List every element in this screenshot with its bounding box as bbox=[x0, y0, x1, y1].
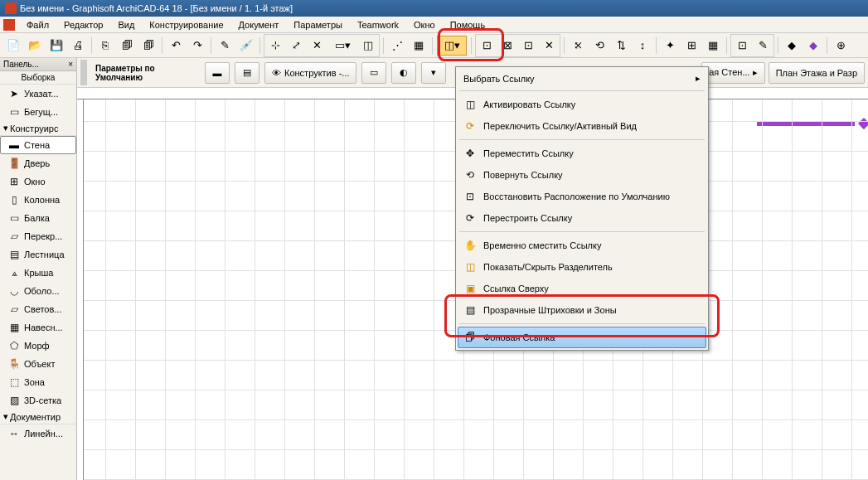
toolbar-g2c[interactable]: ⊡ bbox=[518, 36, 538, 56]
menu-show-divider[interactable]: ◫ Показать/Скрыть Разделитель bbox=[458, 256, 706, 278]
toolbar-undo[interactable]: ↶ bbox=[166, 36, 186, 56]
toolbar-g2a[interactable]: ⊡ bbox=[477, 36, 497, 56]
menu-transparent-fills[interactable]: ▤ Прозрачные Штриховки и Зоны bbox=[458, 299, 706, 321]
toolbar-save[interactable]: 💾 bbox=[46, 36, 66, 56]
toolbar-snap5[interactable]: ◫ bbox=[358, 36, 378, 56]
toolbar-snap3[interactable]: ✕ bbox=[307, 36, 327, 56]
zone-icon: ⬚ bbox=[7, 376, 21, 389]
right-btn-wall[interactable]: ая Стен... ▸ bbox=[701, 62, 764, 84]
info-btn-wall-settings[interactable]: ▬ bbox=[205, 62, 230, 84]
menu-separator bbox=[459, 231, 705, 232]
menu-background-reference[interactable]: 🗍 Фоновая Ссылка bbox=[458, 327, 706, 348]
tool-column[interactable]: ▯ Колонна bbox=[0, 191, 76, 209]
tool-object[interactable]: 🪑 Объект bbox=[0, 355, 76, 373]
menu-activate-reference[interactable]: ◫ Активировать Ссылку bbox=[458, 94, 706, 115]
toolbar-tool1[interactable]: ⎘ bbox=[95, 36, 115, 56]
info-btn-more[interactable]: ▾ bbox=[421, 62, 446, 84]
menu-rotate-reference[interactable]: ⟲ Повернуть Ссылку bbox=[458, 164, 706, 186]
menubar: Файл Редактор Вид Конструирование Докуме… bbox=[0, 17, 868, 33]
toolbar-3d1[interactable]: ◆ bbox=[782, 36, 802, 56]
menu-construction[interactable]: Конструирование bbox=[143, 18, 230, 32]
toolbox-header[interactable]: Панель... × bbox=[0, 58, 76, 71]
toolbar-misc2[interactable]: ▦ bbox=[409, 36, 429, 56]
tool-linear[interactable]: ↔ Линейн... bbox=[0, 424, 76, 443]
tool-shell[interactable]: ◡ Оболо... bbox=[0, 282, 76, 300]
menu-rebuild-reference[interactable]: ⟳ Перестроить Ссылку bbox=[458, 207, 706, 229]
menu-restore-default[interactable]: ⊡ Восстановить Расположение по Умолчанию bbox=[458, 186, 706, 207]
toolbar-picker[interactable]: ✎ bbox=[215, 36, 235, 56]
toolbar-edit3[interactable]: ⇅ bbox=[611, 36, 631, 56]
toolbox-title: Панель... bbox=[3, 60, 39, 69]
tool-pointer[interactable]: ➤ Указат... bbox=[0, 85, 76, 103]
info-btn-curve[interactable]: ◐ bbox=[391, 62, 416, 84]
menu-editor[interactable]: Редактор bbox=[57, 18, 109, 32]
toolbar-snap2[interactable]: ⤢ bbox=[286, 36, 306, 56]
tool-beam[interactable]: ▭ Балка bbox=[0, 209, 76, 227]
toolbox-section-selection[interactable]: Выборка bbox=[0, 71, 76, 85]
toolbox-section-design[interactable]: ▾ Конструирс bbox=[0, 121, 76, 136]
toolbar-syringe[interactable]: 💉 bbox=[236, 36, 256, 56]
info-grip[interactable] bbox=[80, 60, 87, 85]
menu-file[interactable]: Файл bbox=[20, 18, 56, 32]
toolbar-snap1[interactable]: ⊹ bbox=[265, 36, 285, 56]
menu-parameters[interactable]: Параметры bbox=[287, 18, 349, 32]
menu-toggle-reference[interactable]: ⟳ Переключить Ссылку/Активный Вид bbox=[458, 115, 706, 137]
toolbox-section-document[interactable]: ▾ Документир bbox=[0, 410, 76, 424]
tool-door[interactable]: 🚪 Дверь bbox=[0, 154, 76, 172]
menu-label: Переключить Ссылку/Активный Вид bbox=[483, 121, 637, 131]
menu-reference-above[interactable]: ▣ Ссылка Сверху bbox=[458, 278, 706, 299]
toolbar-view1[interactable]: ✦ bbox=[660, 36, 680, 56]
menu-document[interactable]: Документ bbox=[232, 18, 286, 32]
menu-teamwork[interactable]: Teamwork bbox=[351, 18, 405, 32]
toolbar-redo[interactable]: ↷ bbox=[187, 36, 207, 56]
tool-marquee[interactable]: ▭ Бегущ... bbox=[0, 103, 76, 121]
tool-zone[interactable]: ⬚ Зона bbox=[0, 373, 76, 391]
restore-icon: ⊡ bbox=[463, 190, 477, 203]
toolbar-print[interactable]: 🖨 bbox=[68, 36, 88, 56]
menu-move-reference[interactable]: ✥ Переместить Ссылку bbox=[458, 143, 706, 164]
titlebar: Без имени - Graphisoft ArchiCAD-64 18 - … bbox=[0, 0, 868, 17]
tool-mesh[interactable]: ▨ 3D-сетка bbox=[0, 391, 76, 410]
toolbar-view2[interactable]: ⊞ bbox=[681, 36, 701, 56]
toolbar-open[interactable]: 📂 bbox=[25, 36, 45, 56]
tool-skylight[interactable]: ▱ Светов... bbox=[0, 300, 76, 318]
beam-icon: ▭ bbox=[7, 211, 21, 225]
right-btn-plan[interactable]: План Этажа и Разр bbox=[769, 62, 865, 84]
toolbar-g2b[interactable]: ⊠ bbox=[497, 36, 517, 56]
menu-temp-shift[interactable]: ✋ Временно сместить Ссылку bbox=[458, 235, 706, 256]
toolbar-view3[interactable]: ▦ bbox=[703, 36, 723, 56]
toolbar-edit1[interactable]: ⤪ bbox=[568, 36, 588, 56]
toolbar-new[interactable]: 📄 bbox=[3, 36, 23, 56]
toolbar-g2d[interactable]: ✕ bbox=[539, 36, 559, 56]
tool-window[interactable]: ⊞ Окно bbox=[0, 172, 76, 191]
toolbar-misc1[interactable]: ⋰ bbox=[387, 36, 407, 56]
info-btn-layer-icon[interactable]: ▤ bbox=[235, 62, 259, 84]
tool-roof[interactable]: ⟁ Крыша bbox=[0, 264, 76, 282]
tool-wall[interactable]: ▬ Стена bbox=[0, 136, 76, 154]
tool-morph[interactable]: ⬠ Морф bbox=[0, 337, 76, 355]
info-label: Параметры по Умолчанию bbox=[92, 64, 200, 82]
tool-curtainwall[interactable]: ▦ Навесн... bbox=[0, 318, 76, 337]
menu-view[interactable]: Вид bbox=[111, 18, 141, 32]
info-btn-layer[interactable]: 👁 Конструктив -... bbox=[264, 62, 356, 84]
tool-slab[interactable]: ▱ Перекр... bbox=[0, 227, 76, 245]
toolbar-sep bbox=[726, 37, 727, 54]
close-icon[interactable]: × bbox=[68, 60, 73, 69]
menu-window[interactable]: Окно bbox=[407, 18, 442, 32]
toolbar-g3a[interactable]: ⊡ bbox=[732, 36, 752, 56]
toolbar-end[interactable]: ⊕ bbox=[831, 36, 851, 56]
toolbar-snap4[interactable]: ▭▾ bbox=[327, 36, 357, 56]
menu-select-reference[interactable]: Выбрать Ссылку ▸ bbox=[458, 69, 706, 88]
toolbar-g3b[interactable]: ✎ bbox=[753, 36, 773, 56]
toolbar-trace-reference[interactable]: ◫▾ bbox=[437, 36, 467, 56]
info-btn-geom[interactable]: ▭ bbox=[361, 62, 386, 84]
toolbar-tool2[interactable]: 🗐 bbox=[117, 36, 137, 56]
toolbar-edit2[interactable]: ⟲ bbox=[589, 36, 609, 56]
toolbar-tool3[interactable]: 🗐 bbox=[138, 36, 158, 56]
toolbar-edit4[interactable]: ↕ bbox=[633, 36, 652, 56]
menu-separator bbox=[459, 90, 705, 91]
menu-help[interactable]: Помощь bbox=[444, 18, 492, 32]
toggle-icon: ⟳ bbox=[463, 119, 477, 133]
toolbar-3d2[interactable]: ◆ bbox=[803, 36, 823, 56]
tool-stair[interactable]: ▤ Лестница bbox=[0, 245, 76, 264]
